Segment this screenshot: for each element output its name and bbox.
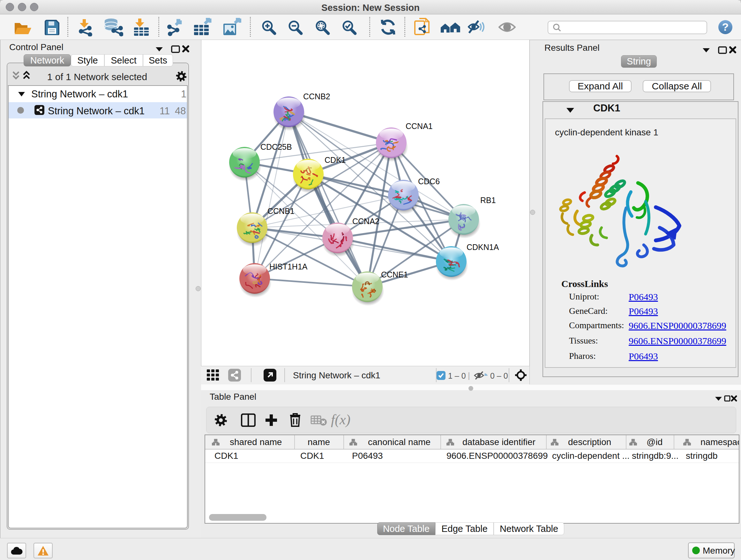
svg-text:CDC6: CDC6 [418,177,440,186]
svg-text:HIST1H1A: HIST1H1A [269,262,308,271]
svg-text:CCNB1: CCNB1 [267,206,294,215]
svg-text:?: ? [722,21,729,33]
svg-text:CCNA2: CCNA2 [352,217,380,226]
svg-text:CDKN1A: CDKN1A [467,243,499,252]
svg-text:CDK1: CDK1 [325,155,346,165]
svg-text:CCNB2: CCNB2 [303,92,330,101]
svg-text:CDC25B: CDC25B [260,142,292,151]
svg-text:RB1: RB1 [480,196,496,205]
svg-text:CCNE1: CCNE1 [381,270,408,279]
svg-text:CCNA1: CCNA1 [406,122,433,131]
